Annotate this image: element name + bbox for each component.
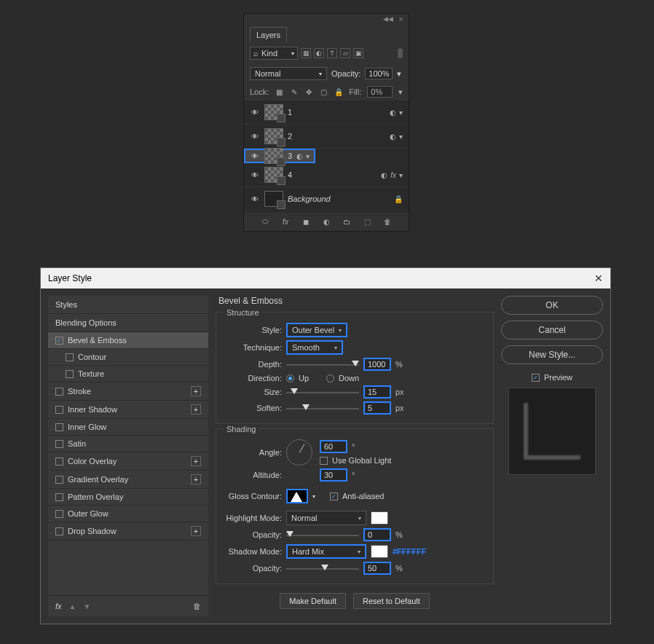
add-effect-icon[interactable]: +	[191, 386, 201, 396]
depth-slider[interactable]	[286, 360, 359, 369]
style-select[interactable]: Outer Bevel ▾	[286, 323, 347, 337]
size-input[interactable]: 15	[363, 385, 391, 398]
angle-input[interactable]: 60	[320, 440, 347, 453]
checkbox[interactable]	[55, 423, 63, 431]
shadow-opacity-input[interactable]: 50	[363, 562, 391, 575]
filter-shape-icon[interactable]: ▱	[340, 48, 350, 58]
group-icon[interactable]: 🗀	[342, 216, 352, 227]
cancel-button[interactable]: Cancel	[501, 321, 603, 339]
blending-options[interactable]: Blending Options	[48, 314, 208, 332]
size-slider[interactable]	[286, 388, 359, 396]
chevron-down-icon[interactable]: ▾	[399, 171, 403, 179]
checkbox[interactable]	[55, 493, 63, 501]
opacity-input[interactable]: 100%	[365, 68, 393, 79]
altitude-input[interactable]: 30	[320, 468, 347, 482]
link-layers-icon[interactable]: ⬭	[260, 216, 270, 227]
effect-inner-shadow[interactable]: Inner Shadow +	[48, 401, 208, 419]
dialog-titlebar[interactable]: Layer Style ✕	[41, 268, 610, 288]
antialias-checkbox[interactable]	[330, 492, 338, 500]
global-light-checkbox[interactable]	[320, 457, 328, 465]
lock-transparent-icon[interactable]: ▦	[275, 87, 283, 97]
highlight-opacity-input[interactable]: 0	[363, 528, 391, 541]
layer-row[interactable]: 👁 1 ◐▾	[244, 101, 409, 125]
shadow-color-swatch[interactable]	[371, 545, 388, 558]
lock-artboard-icon[interactable]: ▢	[319, 87, 328, 97]
layer-row[interactable]: 👁 2 ◐▾	[244, 125, 409, 149]
trash-icon[interactable]: 🗑	[382, 216, 393, 227]
lock-paint-icon[interactable]: ✎	[290, 87, 299, 97]
add-effect-icon[interactable]: +	[191, 474, 201, 484]
fx-icon[interactable]: fx	[280, 216, 291, 227]
lock-move-icon[interactable]: ✥	[304, 87, 313, 97]
chevron-down-icon[interactable]: ▾	[397, 69, 401, 79]
filter-adjust-icon[interactable]: ◐	[314, 48, 324, 58]
checkbox[interactable]	[55, 527, 63, 535]
layer-thumb[interactable]	[264, 128, 283, 144]
visibility-icon[interactable]: 👁	[250, 151, 260, 161]
effect-drop-shadow[interactable]: Drop Shadow +	[48, 522, 208, 541]
shadow-mode-select[interactable]: Hard Mix ▾	[286, 544, 366, 559]
new-style-button[interactable]: New Style...	[501, 345, 603, 364]
filter-smart-icon[interactable]: ▣	[353, 48, 363, 58]
adjustment-icon[interactable]: ◐	[321, 216, 331, 227]
checkbox[interactable]	[55, 476, 63, 484]
close-icon[interactable]: ✕	[594, 272, 603, 284]
preview-checkbox[interactable]	[532, 374, 540, 382]
panel-menu-icon[interactable]: ≡	[399, 15, 403, 23]
layers-tab[interactable]: Layers	[250, 27, 287, 42]
direction-down-radio[interactable]	[326, 374, 334, 382]
highlight-opacity-slider[interactable]	[286, 530, 359, 539]
depth-input[interactable]: 1000	[363, 358, 391, 371]
shadow-opacity-slider[interactable]	[286, 564, 359, 573]
chevron-down-icon[interactable]: ▾	[399, 109, 403, 117]
arrow-up-icon[interactable]: ▲	[69, 602, 76, 610]
effect-texture[interactable]: Texture	[48, 366, 208, 382]
checkbox[interactable]	[66, 370, 74, 378]
visibility-icon[interactable]: 👁	[250, 194, 260, 204]
layer-row[interactable]: 👁 3 ◐▾	[244, 149, 315, 163]
checkbox[interactable]	[55, 406, 63, 414]
direction-up-radio[interactable]	[286, 374, 294, 382]
effect-gradient-overlay[interactable]: Gradient Overlay +	[48, 471, 208, 489]
add-effect-icon[interactable]: +	[191, 456, 201, 466]
blend-mode-select[interactable]: Normal ▾	[250, 67, 327, 80]
gloss-contour-select[interactable]	[286, 489, 308, 503]
checkbox[interactable]	[55, 388, 63, 396]
visibility-icon[interactable]: 👁	[250, 170, 260, 180]
effect-stroke[interactable]: Stroke +	[48, 382, 208, 401]
filter-type-icon[interactable]: T	[327, 48, 337, 58]
chevron-down-icon[interactable]: ▾	[312, 493, 315, 500]
filter-kind-select[interactable]: ⌕ Kind ▾	[250, 47, 298, 60]
effect-color-overlay[interactable]: Color Overlay +	[48, 452, 208, 471]
checkbox[interactable]	[55, 440, 63, 448]
layer-thumb[interactable]	[264, 167, 283, 183]
checkbox[interactable]	[55, 337, 63, 345]
chevron-down-icon[interactable]: ▾	[398, 87, 403, 97]
highlight-color-swatch[interactable]	[371, 511, 388, 525]
fill-input[interactable]: 0%	[367, 86, 393, 98]
add-effect-icon[interactable]: +	[191, 526, 201, 536]
layer-thumb[interactable]	[264, 148, 283, 164]
effect-satin[interactable]: Satin	[48, 436, 208, 452]
lock-all-icon[interactable]: 🔒	[334, 87, 343, 97]
checkbox[interactable]	[55, 458, 63, 466]
chevron-down-icon[interactable]: ▾	[306, 152, 310, 160]
technique-select[interactable]: Smooth ▾	[286, 340, 343, 355]
styles-header[interactable]: Styles	[48, 296, 208, 314]
layer-thumb[interactable]	[264, 104, 283, 120]
effect-contour[interactable]: Contour	[48, 349, 208, 366]
layer-thumb[interactable]	[264, 191, 283, 207]
visibility-icon[interactable]: 👁	[250, 107, 260, 117]
soften-slider[interactable]	[286, 404, 359, 412]
filter-toggle[interactable]	[398, 48, 403, 58]
highlight-mode-select[interactable]: Normal ▾	[286, 511, 366, 525]
collapse-icon[interactable]: ◀◀	[383, 15, 393, 23]
new-layer-icon[interactable]: ⬚	[362, 216, 372, 227]
mask-icon[interactable]: ◼	[301, 216, 311, 227]
make-default-button[interactable]: Make Default	[280, 593, 346, 609]
filter-pixel-icon[interactable]: ▦	[301, 48, 311, 58]
arrow-down-icon[interactable]: ▼	[83, 602, 90, 610]
effect-bevel-emboss[interactable]: Bevel & Emboss	[48, 332, 208, 349]
add-effect-icon[interactable]: +	[191, 404, 201, 415]
reset-default-button[interactable]: Reset to Default	[353, 593, 430, 609]
